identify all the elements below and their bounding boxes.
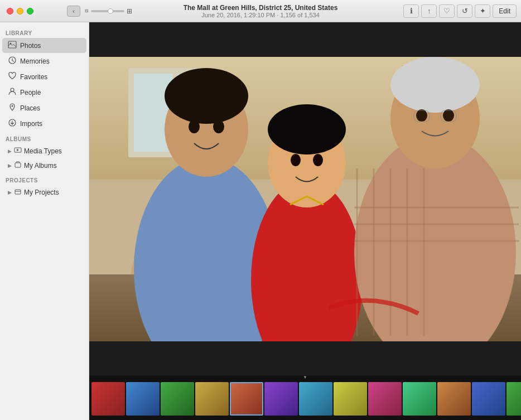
adjust-button[interactable]: ✦: [475, 4, 490, 18]
sidebar-item-imports[interactable]: Imports: [2, 116, 86, 131]
places-icon: [8, 103, 17, 113]
svg-rect-8: [15, 190, 21, 194]
photos-icon: [8, 40, 17, 51]
library-section-label: Library: [0, 26, 89, 37]
sidebar: Library Photos Memories: [0, 22, 89, 420]
zoom-in-icon: ⊞: [127, 7, 132, 15]
people-label: People: [20, 89, 41, 96]
filmstrip-thumb[interactable]: [472, 382, 505, 416]
filmstrip-arrow: ▼: [303, 375, 307, 380]
main-photo-container[interactable]: [89, 22, 521, 375]
my-projects-icon: [14, 187, 22, 197]
svg-point-53: [416, 109, 427, 122]
main-layout: Library Photos Memories: [0, 22, 521, 420]
photo-location: The Mall at Green Hills, District 25, Un…: [184, 4, 338, 12]
filmstrip-thumb[interactable]: [91, 382, 125, 416]
svg-point-54: [443, 109, 454, 122]
photos-label: Photos: [20, 42, 41, 50]
svg-point-52: [390, 57, 480, 113]
sidebar-item-media-types[interactable]: ▶ Media Types: [2, 144, 86, 158]
people-icon: [8, 87, 17, 98]
maximize-button[interactable]: [27, 8, 33, 15]
edit-button[interactable]: Edit: [493, 4, 517, 18]
svg-point-4: [12, 105, 13, 107]
my-albums-icon: [14, 161, 22, 170]
chevron-right-icon: ▶: [8, 148, 12, 154]
content-area: ▼: [89, 22, 521, 420]
titlebar: ‹ ⊟ ⊞ The Mall at Green Hills, District …: [0, 0, 521, 22]
svg-point-38: [268, 104, 346, 155]
filmstrip-thumb[interactable]: [506, 382, 521, 416]
favorite-button[interactable]: ♡: [439, 4, 455, 18]
sidebar-item-places[interactable]: Places: [2, 100, 86, 115]
my-albums-label: My Albums: [24, 162, 57, 170]
svg-point-33: [189, 120, 200, 133]
filmstrip-thumb-selected[interactable]: [230, 382, 263, 416]
toolbar-actions: ℹ ↑ ♡ ↺ ✦ Edit: [403, 4, 517, 18]
imports-label: Imports: [20, 120, 42, 128]
sidebar-item-photos[interactable]: Photos: [2, 38, 86, 53]
svg-point-39: [291, 154, 301, 166]
info-button[interactable]: ℹ: [403, 4, 419, 18]
share-button[interactable]: ↑: [421, 4, 437, 18]
back-button[interactable]: ‹: [67, 6, 80, 17]
favorites-icon: [8, 71, 17, 82]
favorites-label: Favorites: [20, 73, 47, 81]
photo-date-count: June 20, 2016, 1:29:10 PM · 1,156 of 1,5…: [184, 12, 338, 18]
chevron-right-icon-3: ▶: [8, 190, 12, 195]
filmstrip-thumb[interactable]: [334, 382, 367, 416]
filmstrip-thumb[interactable]: [161, 382, 194, 416]
memories-label: Memories: [20, 57, 50, 65]
places-label: Places: [20, 104, 40, 112]
filmstrip-thumb[interactable]: [264, 382, 298, 416]
svg-point-40: [313, 154, 323, 166]
close-button[interactable]: [7, 8, 13, 15]
zoom-control[interactable]: ⊟ ⊞: [85, 7, 132, 15]
sidebar-item-favorites[interactable]: Favorites: [2, 69, 86, 84]
media-types-label: Media Types: [24, 147, 62, 155]
main-photo: [89, 57, 521, 341]
nav-controls: ‹ ⊟ ⊞: [67, 6, 132, 17]
sidebar-item-my-albums[interactable]: ▶ My Albums: [2, 158, 86, 172]
minimize-button[interactable]: [17, 8, 23, 15]
filmstrip-thumb[interactable]: [126, 382, 160, 416]
zoom-out-icon: ⊟: [85, 8, 89, 13]
filmstrip-thumb[interactable]: [437, 382, 471, 416]
imports-icon: [8, 118, 17, 129]
svg-point-34: [213, 120, 224, 133]
filmstrip-thumb[interactable]: [195, 382, 229, 416]
svg-rect-7: [15, 163, 21, 167]
filmstrip[interactable]: ▼: [89, 375, 521, 420]
my-projects-label: My Projects: [24, 189, 59, 196]
filmstrip-images: [89, 378, 521, 418]
svg-point-3: [11, 88, 14, 91]
sidebar-item-memories[interactable]: Memories: [2, 54, 86, 69]
zoom-thumb: [108, 8, 113, 14]
zoom-slider[interactable]: [91, 10, 124, 12]
memories-icon: [8, 56, 17, 66]
sidebar-item-people[interactable]: People: [2, 85, 86, 100]
filmstrip-thumb[interactable]: [403, 382, 436, 416]
titlebar-info: The Mall at Green Hills, District 25, Un…: [184, 4, 338, 18]
filmstrip-thumb[interactable]: [299, 382, 332, 416]
albums-section-label: Albums: [0, 132, 89, 143]
sidebar-item-my-projects[interactable]: ▶ My Projects: [2, 185, 86, 199]
window-controls: [0, 8, 33, 15]
chevron-right-icon-2: ▶: [8, 163, 12, 168]
projects-section-label: Projects: [0, 173, 89, 185]
svg-point-32: [165, 68, 248, 124]
media-types-icon: [14, 146, 22, 156]
filmstrip-thumb[interactable]: [368, 382, 402, 416]
rotate-button[interactable]: ↺: [457, 4, 472, 18]
